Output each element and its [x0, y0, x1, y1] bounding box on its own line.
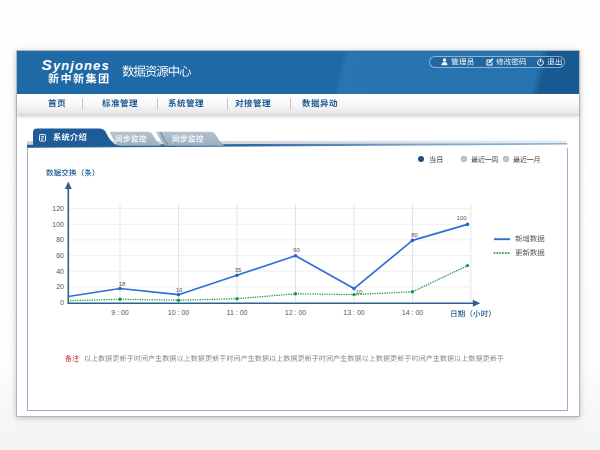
svg-text:120: 120: [52, 205, 64, 212]
svg-text:40: 40: [56, 268, 64, 275]
svg-text:14 : 00: 14 : 00: [402, 309, 424, 316]
svg-text:60: 60: [56, 252, 64, 259]
svg-text:10: 10: [176, 287, 183, 293]
svg-text:80: 80: [411, 232, 418, 238]
svg-text:20: 20: [56, 283, 64, 290]
svg-text:80: 80: [56, 236, 64, 243]
svg-text:35: 35: [235, 267, 242, 273]
svg-text:10 : 00: 10 : 00: [168, 309, 190, 316]
svg-text:100: 100: [52, 221, 64, 228]
svg-text:11 : 00: 11 : 00: [227, 309, 248, 316]
svg-text:18: 18: [119, 281, 126, 287]
svg-text:9 : 00: 9 : 00: [111, 309, 129, 316]
svg-text:13 : 00: 13 : 00: [343, 309, 365, 316]
svg-text:12 : 00: 12 : 00: [285, 309, 307, 316]
svg-text:60: 60: [293, 247, 300, 253]
svg-text:100: 100: [456, 215, 467, 221]
svg-text:10: 10: [356, 289, 363, 295]
svg-text:0: 0: [60, 299, 64, 306]
